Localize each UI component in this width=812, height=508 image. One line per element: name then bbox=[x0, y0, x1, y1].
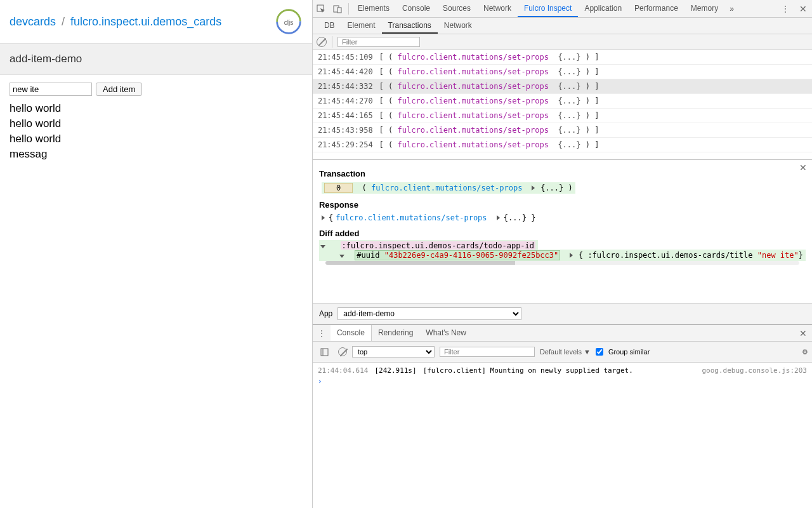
table-row[interactable]: 21:45:44:332 [ ( fulcro.client.mutations… bbox=[313, 79, 812, 94]
collapse-icon[interactable] bbox=[320, 245, 325, 248]
tx-expr: [ ( fulcro.client.mutations/set-props {.… bbox=[379, 111, 599, 120]
response-heading: Response bbox=[319, 200, 806, 210]
devcards-pane: devcards / fulcro.inspect.ui.demos_cards… bbox=[0, 0, 313, 508]
svg-text:cljs: cljs bbox=[284, 19, 294, 26]
log-message: [fulcro.client] Mounting on newly suppli… bbox=[423, 366, 633, 375]
list-item: hello world bbox=[10, 131, 303, 147]
expand-icon[interactable] bbox=[322, 215, 325, 220]
tx-timestamp: 21:45:44:420 bbox=[318, 67, 373, 76]
tab-performance[interactable]: Performance bbox=[628, 0, 684, 17]
log-elapsed: [242.911s] bbox=[374, 366, 416, 375]
tx-expr: [ ( fulcro.client.mutations/set-props {.… bbox=[379, 140, 599, 149]
tab-network[interactable]: Network bbox=[477, 0, 518, 17]
more-tabs-icon[interactable]: » bbox=[724, 4, 739, 13]
log-levels-dropdown[interactable]: Default levels ▼ bbox=[540, 348, 591, 356]
clear-console-icon[interactable] bbox=[338, 347, 347, 356]
transaction-line: 0 ( fulcro.client.mutations/set-props {.… bbox=[319, 181, 806, 195]
tx-timestamp: 21:45:43:958 bbox=[318, 126, 373, 135]
tx-filter-row bbox=[313, 34, 812, 50]
tx-list: 21:45:45:109 [ ( fulcro.client.mutations… bbox=[313, 50, 812, 159]
breadcrumb-separator: / bbox=[62, 15, 65, 28]
tx-expr: [ ( fulcro.client.mutations/set-props {.… bbox=[379, 126, 599, 135]
tab-application[interactable]: Application bbox=[578, 0, 628, 17]
tx-timestamp: 21:45:44:332 bbox=[318, 82, 373, 91]
console-sidebar-icon[interactable] bbox=[317, 344, 333, 360]
fulcro-tab-transactions[interactable]: Transactions bbox=[382, 18, 438, 34]
breadcrumb: devcards / fulcro.inspect.ui.demos_cards bbox=[10, 15, 221, 29]
drawer-tab-rendering[interactable]: Rendering bbox=[372, 325, 419, 341]
close-drawer-icon[interactable]: ✕ bbox=[794, 328, 812, 338]
new-item-input[interactable] bbox=[10, 83, 92, 96]
list-item: hello world bbox=[10, 116, 303, 131]
expand-icon[interactable] bbox=[532, 185, 535, 190]
tx-detail-panel: ✕ Transaction 0 ( fulcro.client.mutation… bbox=[313, 159, 812, 303]
diff-added-heading: Diff added bbox=[319, 229, 806, 238]
diff-key: :fulcro.inspect.ui.demos-cards/todo-app-… bbox=[341, 241, 535, 250]
fulcro-tab-network[interactable]: Network bbox=[438, 18, 478, 34]
table-row[interactable]: 21:45:44:420 [ ( fulcro.client.mutations… bbox=[313, 65, 812, 79]
inspect-element-icon[interactable] bbox=[313, 1, 329, 17]
drawer-menu-icon[interactable]: ⋮ bbox=[313, 329, 331, 338]
expand-icon[interactable] bbox=[570, 253, 573, 258]
response-line: { fulcro.client.mutations/set-props {...… bbox=[319, 212, 806, 224]
app-label: App bbox=[319, 309, 332, 318]
clear-icon[interactable] bbox=[317, 37, 327, 47]
tx-expr: [ ( fulcro.client.mutations/set-props {.… bbox=[379, 82, 599, 91]
drawer-tabs: ⋮ Console Rendering What's New ✕ bbox=[313, 325, 812, 342]
list-item: messag bbox=[10, 147, 303, 162]
tab-console[interactable]: Console bbox=[396, 0, 436, 17]
card-title: add-item-demo bbox=[0, 44, 312, 75]
device-toggle-icon[interactable] bbox=[329, 1, 346, 17]
context-select[interactable]: top bbox=[352, 346, 435, 358]
list-item: hello world bbox=[10, 101, 303, 116]
tx-timestamp: 21:45:45:109 bbox=[318, 53, 373, 62]
devtools-pane: Elements Console Sources Network Fulcro … bbox=[313, 0, 812, 508]
diff-line-2: #uuid "43b226e9-c4a9-4116-9065-9092fe25b… bbox=[319, 250, 806, 261]
console-body: 21:44:04.614 [242.911s] [fulcro.client] … bbox=[313, 363, 812, 508]
divider bbox=[332, 36, 332, 48]
fulcro-tab-db[interactable]: DB bbox=[318, 18, 341, 34]
tab-sources[interactable]: Sources bbox=[436, 0, 477, 17]
close-detail-icon[interactable]: ✕ bbox=[799, 163, 807, 173]
input-row: Add item bbox=[10, 83, 303, 96]
table-row[interactable]: 21:45:45:109 [ ( fulcro.client.mutations… bbox=[313, 50, 812, 65]
transaction-heading: Transaction bbox=[319, 169, 806, 178]
breadcrumb-row: devcards / fulcro.inspect.ui.demos_cards… bbox=[0, 0, 312, 44]
devtools-menu-icon[interactable]: ⋮ bbox=[776, 4, 794, 13]
tab-fulcro-inspect[interactable]: Fulcro Inspect bbox=[518, 0, 578, 17]
table-row[interactable]: 21:45:43:958 [ ( fulcro.client.mutations… bbox=[313, 123, 812, 138]
collapse-icon[interactable] bbox=[339, 255, 344, 258]
breadcrumb-page-link[interactable]: fulcro.inspect.ui.demos_cards bbox=[70, 15, 221, 28]
tx-index-badge: 0 bbox=[324, 183, 353, 193]
drawer-tab-whatsnew[interactable]: What's New bbox=[419, 325, 473, 341]
console-filter-input[interactable] bbox=[440, 347, 535, 357]
drawer-tab-console[interactable]: Console bbox=[331, 325, 372, 341]
tx-expr: [ ( fulcro.client.mutations/set-props {.… bbox=[379, 97, 599, 105]
expand-icon[interactable] bbox=[497, 215, 500, 220]
log-row: 21:44:04.614 [242.911s] [fulcro.client] … bbox=[318, 365, 807, 376]
fulcro-tab-element[interactable]: Element bbox=[341, 18, 382, 34]
console-prompt[interactable]: › bbox=[318, 376, 807, 387]
table-row[interactable]: 21:45:29:254 [ ( fulcro.client.mutations… bbox=[313, 138, 812, 152]
log-source-link[interactable]: goog.debug.console.js:203 bbox=[702, 366, 807, 375]
close-devtools-icon[interactable]: ✕ bbox=[794, 4, 812, 14]
app-select[interactable]: add-item-demo bbox=[337, 307, 521, 320]
horizontal-scrollbar[interactable] bbox=[325, 261, 799, 265]
tx-timestamp: 21:45:44:165 bbox=[318, 111, 373, 120]
tab-memory[interactable]: Memory bbox=[684, 0, 724, 17]
tab-elements[interactable]: Elements bbox=[351, 0, 396, 17]
console-drawer: ⋮ Console Rendering What's New ✕ top Def… bbox=[313, 324, 812, 508]
divider bbox=[348, 3, 349, 15]
fulcro-tabs: DB Element Transactions Network bbox=[313, 18, 812, 34]
table-row[interactable]: 21:45:44:270 [ ( fulcro.client.mutations… bbox=[313, 94, 812, 109]
console-settings-icon[interactable]: ⚙ bbox=[802, 348, 808, 356]
add-item-button[interactable]: Add item bbox=[96, 83, 142, 96]
svg-rect-6 bbox=[321, 349, 328, 356]
svg-rect-5 bbox=[337, 8, 341, 13]
breadcrumb-root-link[interactable]: devcards bbox=[10, 15, 56, 28]
tx-expr: [ ( fulcro.client.mutations/set-props {.… bbox=[379, 53, 599, 62]
group-similar-checkbox[interactable] bbox=[596, 348, 603, 356]
table-row[interactable]: 21:45:44:165 [ ( fulcro.client.mutations… bbox=[313, 109, 812, 123]
tx-filter-input[interactable] bbox=[337, 37, 420, 47]
card-body: Add item hello world hello world hello w… bbox=[0, 75, 312, 170]
